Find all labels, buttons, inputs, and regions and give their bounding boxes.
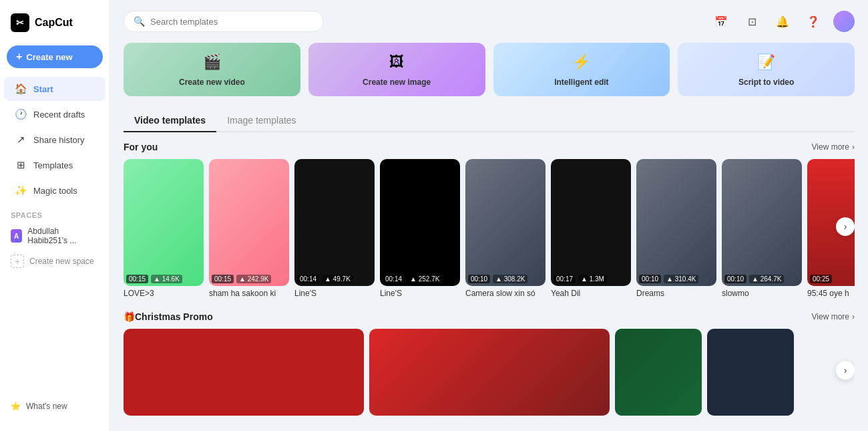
template-card[interactable]: 00:10▲ 308.2K bbox=[465, 159, 546, 286]
christmas-item[interactable] bbox=[124, 329, 364, 416]
christmas-card[interactable] bbox=[707, 329, 794, 416]
logo-text: CapCut bbox=[35, 17, 73, 29]
logo: ✂ CapCut bbox=[0, 8, 110, 43]
magic-icon: ✨ bbox=[15, 184, 27, 196]
sidebar-item-start[interactable]: 🏠 Start bbox=[4, 77, 105, 101]
for-you-item[interactable]: 00:14▲ 49.7KLine'S bbox=[294, 159, 375, 298]
template-duration: 00:15 bbox=[126, 275, 148, 283]
for-you-next-arrow[interactable]: › bbox=[836, 217, 855, 236]
for-you-item[interactable]: 00:15▲ 14.6KLOVE>3 bbox=[124, 159, 204, 298]
christmas-item[interactable] bbox=[369, 329, 610, 416]
search-icon: 🔍 bbox=[134, 16, 145, 27]
christmas-row: › bbox=[124, 329, 855, 416]
space-avatar: A bbox=[11, 229, 22, 243]
christmas-next-arrow[interactable]: › bbox=[836, 361, 855, 380]
create-space-label: Create new space bbox=[29, 257, 94, 266]
christmas-view-more[interactable]: View more › bbox=[812, 312, 855, 321]
template-card[interactable]: 00:17▲ 1.3M bbox=[551, 159, 631, 286]
help-icon[interactable]: ❓ bbox=[803, 11, 824, 32]
user-avatar[interactable] bbox=[833, 11, 855, 32]
sidebar-bottom: ⭐ What's new bbox=[0, 390, 110, 423]
nav-share-label: Share history bbox=[33, 135, 85, 145]
christmas-title: 🎁Christmas Promo bbox=[124, 311, 213, 322]
for-you-view-more[interactable]: View more › bbox=[812, 142, 855, 152]
search-input[interactable] bbox=[150, 17, 314, 27]
template-name: Dreams bbox=[636, 289, 716, 298]
star-icon: ⭐ bbox=[11, 402, 21, 411]
new-video-icon: 🎬 bbox=[203, 53, 221, 71]
new-video-label: Create new video bbox=[179, 78, 245, 87]
template-name: Line'S bbox=[294, 289, 375, 298]
intelligent-icon: ⚡ bbox=[572, 53, 590, 71]
sidebar-item-magic[interactable]: ✨ Magic tools bbox=[4, 178, 105, 202]
tab-image[interactable]: Image templates bbox=[216, 110, 307, 132]
bell-icon[interactable]: 🔔 bbox=[772, 11, 793, 32]
search-box[interactable]: 🔍 bbox=[124, 11, 324, 32]
template-duration: 00:25 bbox=[810, 275, 832, 283]
home-icon: 🏠 bbox=[15, 83, 27, 95]
for-you-item[interactable]: 00:10▲ 308.2KCamera slow xin só bbox=[465, 159, 546, 298]
intelligent-edit-card[interactable]: ⚡ Intelligent edit bbox=[493, 43, 670, 96]
christmas-item[interactable] bbox=[615, 329, 702, 416]
template-duration: 00:14 bbox=[383, 275, 405, 283]
for-you-item[interactable]: 00:10▲ 264.7Kslowmo bbox=[722, 159, 802, 298]
template-name: slowmo bbox=[722, 289, 802, 298]
template-name: Yeah Dil bbox=[551, 289, 631, 298]
create-new-image-card[interactable]: 🖼 Create new image bbox=[308, 43, 485, 96]
template-uses: ▲ 264.7K bbox=[749, 275, 784, 283]
template-card[interactable]: 00:10▲ 310.4K bbox=[636, 159, 716, 286]
for-you-item[interactable]: 00:14▲ 252.7KLine'S bbox=[380, 159, 460, 298]
template-duration: 00:17 bbox=[554, 275, 576, 283]
create-new-video-card[interactable]: 🎬 Create new video bbox=[124, 43, 300, 96]
plus-icon: + bbox=[16, 51, 22, 63]
script-label: Script to video bbox=[738, 78, 794, 87]
calendar-icon[interactable]: 📅 bbox=[710, 11, 732, 32]
template-card[interactable]: 00:14▲ 49.7K bbox=[294, 159, 375, 286]
for-you-item[interactable]: 00:17▲ 1.3MYeah Dil bbox=[551, 159, 631, 298]
template-card[interactable]: 00:14▲ 252.7K bbox=[380, 159, 460, 286]
christmas-card[interactable] bbox=[124, 329, 364, 416]
for-you-title: For you bbox=[124, 142, 158, 152]
christmas-card[interactable] bbox=[615, 329, 702, 416]
create-space-plus-icon: + bbox=[11, 255, 24, 268]
template-card[interactable]: 00:15▲ 242.9K bbox=[209, 159, 289, 286]
for-you-item[interactable]: 00:10▲ 310.4KDreams bbox=[636, 159, 716, 298]
whats-new-item[interactable]: ⭐ What's new bbox=[4, 396, 105, 416]
for-you-item[interactable]: 00:15▲ 242.9Ksham ha sakoon ki bbox=[209, 159, 289, 298]
space-item[interactable]: A Abdullah Habib251's ... bbox=[0, 222, 110, 250]
christmas-header: 🎁Christmas Promo View more › bbox=[124, 311, 855, 322]
layout-icon[interactable]: ⊡ bbox=[741, 11, 763, 32]
script-icon: 📝 bbox=[757, 53, 775, 71]
script-to-video-card[interactable]: 📝 Script to video bbox=[678, 43, 855, 96]
quick-actions: 🎬 Create new video 🖼 Create new image ⚡ … bbox=[124, 43, 855, 96]
template-uses: ▲ 310.4K bbox=[664, 275, 698, 283]
whats-new-label: What's new bbox=[26, 402, 67, 411]
view-more-label: View more bbox=[812, 142, 849, 152]
template-tabs: Video templates Image templates bbox=[124, 110, 855, 132]
create-new-button[interactable]: + Create new bbox=[7, 45, 103, 68]
template-card[interactable]: 00:10▲ 264.7K bbox=[722, 159, 802, 286]
template-duration: 00:10 bbox=[468, 275, 490, 283]
sidebar: ✂ CapCut + Create new 🏠 Start 🕐 Recent d… bbox=[0, 0, 110, 431]
chevron-right-icon: › bbox=[852, 142, 855, 152]
intelligent-label: Intelligent edit bbox=[554, 78, 608, 87]
sidebar-item-share[interactable]: ↗ Share history bbox=[4, 128, 105, 152]
create-btn-label: Create new bbox=[26, 52, 72, 62]
topbar-icons: 📅 ⊡ 🔔 ❓ bbox=[710, 11, 855, 32]
template-uses: ▲ 252.7K bbox=[407, 275, 442, 283]
for-you-row: 00:15▲ 14.6KLOVE>300:15▲ 242.9Ksham ha s… bbox=[124, 159, 855, 298]
christmas-item[interactable] bbox=[707, 329, 794, 416]
sidebar-item-recent[interactable]: 🕐 Recent drafts bbox=[4, 102, 105, 126]
for-you-header: For you View more › bbox=[124, 142, 855, 152]
topbar: 🔍 📅 ⊡ 🔔 ❓ bbox=[124, 11, 855, 32]
create-space-item[interactable]: + Create new space bbox=[0, 250, 110, 273]
template-duration: 00:15 bbox=[212, 275, 234, 283]
nav-recent-label: Recent drafts bbox=[33, 110, 85, 120]
sidebar-item-templates[interactable]: ⊞ Templates bbox=[4, 153, 105, 177]
template-card[interactable]: 00:15▲ 14.6K bbox=[124, 159, 204, 286]
tab-video[interactable]: Video templates bbox=[124, 110, 216, 132]
space-name: Abdullah Habib251's ... bbox=[27, 227, 99, 245]
template-uses: ▲ 308.2K bbox=[493, 275, 527, 283]
template-name: LOVE>3 bbox=[124, 289, 204, 298]
christmas-card[interactable] bbox=[369, 329, 610, 416]
